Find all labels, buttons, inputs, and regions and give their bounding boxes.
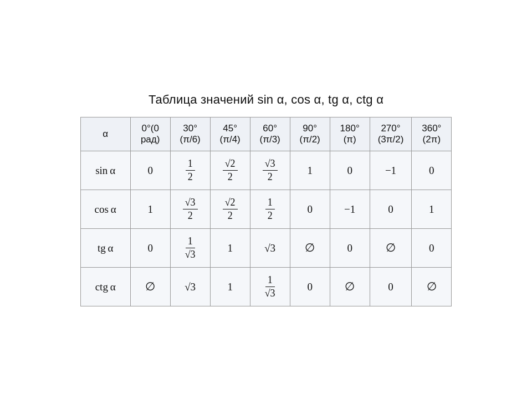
cos-180deg: −1	[330, 190, 370, 229]
row-label-cos: cos α	[80, 190, 130, 229]
cos-270deg: 0	[370, 190, 412, 229]
fraction-1-sqrt3-tg: 1 √3	[183, 236, 198, 260]
ctg-0deg: ∅	[130, 268, 170, 306]
table-row-sin: sin α 0 1 2 √2 2 √3 2 1 0	[80, 151, 452, 190]
ctg-90deg: 0	[290, 268, 330, 306]
col-header-180deg: 180°(π)	[330, 117, 370, 151]
col-header-360deg: 360°(2π)	[412, 117, 452, 151]
cos-360deg: 1	[412, 190, 452, 229]
tg-45deg: 1	[210, 229, 250, 268]
ctg-30deg: √3	[170, 268, 210, 306]
fraction-sqrt3-2-cos: √3 2	[183, 197, 198, 221]
tg-90deg: ∅	[290, 229, 330, 268]
col-header-alpha: α	[80, 117, 130, 151]
tg-30deg: 1 √3	[170, 229, 210, 268]
sin-270deg: −1	[370, 151, 412, 190]
sin-360deg: 0	[412, 151, 452, 190]
row-label-tg: tg α	[80, 229, 130, 268]
sin-45deg: √2 2	[210, 151, 250, 190]
fraction-sqrt3-2-sin: √3 2	[263, 158, 278, 182]
fraction-1-2: 1 2	[186, 158, 195, 182]
trig-values-table: α 0°(0рад) 30°(π/6) 45°(π/4) 60°(π/3) 90…	[80, 117, 452, 306]
tg-270deg: ∅	[370, 229, 412, 268]
sin-180deg: 0	[330, 151, 370, 190]
tg-180deg: 0	[330, 229, 370, 268]
row-label-ctg: ctg α	[80, 268, 130, 306]
ctg-60deg: 1 √3	[250, 268, 290, 306]
page-title: Таблица значений sin α, cos α, tg α, ctg…	[149, 93, 383, 107]
ctg-45deg: 1	[210, 268, 250, 306]
col-header-90deg: 90°(π/2)	[290, 117, 330, 151]
sin-0deg: 0	[130, 151, 170, 190]
table-row-tg: tg α 0 1 √3 1 √3 ∅ 0 ∅ 0	[80, 229, 452, 268]
cos-0deg: 1	[130, 190, 170, 229]
ctg-360deg: ∅	[412, 268, 452, 306]
cos-90deg: 0	[290, 190, 330, 229]
cos-30deg: √3 2	[170, 190, 210, 229]
fraction-sqrt2-2-cos: √2 2	[223, 197, 238, 221]
fraction-sqrt2-2: √2 2	[223, 158, 238, 182]
sin-90deg: 1	[290, 151, 330, 190]
ctg-180deg: ∅	[330, 268, 370, 306]
fraction-1-2-cos: 1 2	[265, 197, 275, 221]
table-row-ctg: ctg α ∅ √3 1 1 √3 0 ∅ 0 ∅	[80, 268, 452, 306]
sin-60deg: √3 2	[250, 151, 290, 190]
tg-0deg: 0	[130, 229, 170, 268]
col-header-45deg: 45°(π/4)	[210, 117, 250, 151]
cos-45deg: √2 2	[210, 190, 250, 229]
sin-30deg: 1 2	[170, 151, 210, 190]
tg-60deg: √3	[250, 229, 290, 268]
fraction-1-sqrt3-ctg: 1 √3	[263, 274, 278, 299]
tg-360deg: 0	[412, 229, 452, 268]
col-header-60deg: 60°(π/3)	[250, 117, 290, 151]
table-row-cos: cos α 1 √3 2 √2 2 1 2 0 −1	[80, 190, 452, 229]
table-header-row: α 0°(0рад) 30°(π/6) 45°(π/4) 60°(π/3) 90…	[80, 117, 452, 151]
cos-60deg: 1 2	[250, 190, 290, 229]
ctg-270deg: 0	[370, 268, 412, 306]
col-header-270deg: 270°(3π/2)	[370, 117, 412, 151]
row-label-sin: sin α	[80, 151, 130, 190]
col-header-30deg: 30°(π/6)	[170, 117, 210, 151]
col-header-0deg: 0°(0рад)	[130, 117, 170, 151]
